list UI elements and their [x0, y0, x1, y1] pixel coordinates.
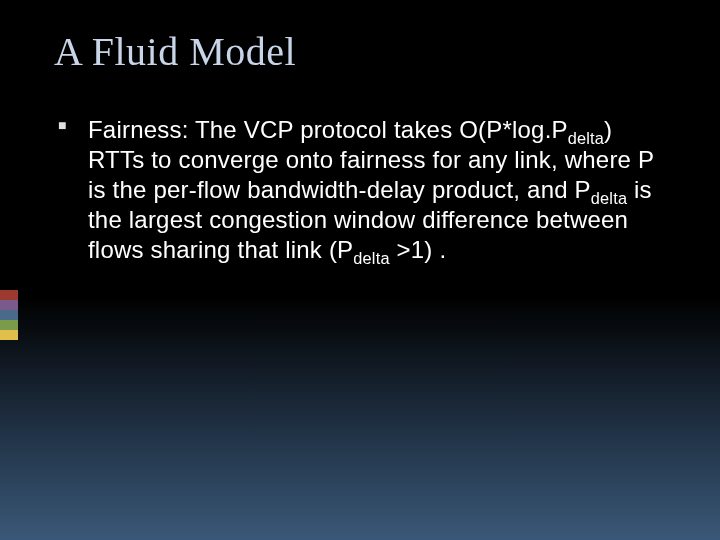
- subscript-text: delta: [353, 249, 389, 267]
- accent-bar: [0, 300, 18, 310]
- accent-bar: [0, 290, 18, 300]
- accent-bar: [0, 330, 18, 340]
- slide: A Fluid Model Fairness: The VCP protocol…: [0, 0, 720, 540]
- bullet-list: Fairness: The VCP protocol takes O(P*log…: [58, 115, 662, 265]
- body-text: Fairness: The VCP protocol takes O(P*log…: [88, 116, 568, 143]
- accent-bar: [0, 320, 18, 330]
- subscript-text: delta: [568, 129, 604, 147]
- accent-bar: [0, 310, 18, 320]
- body-text: >1) .: [390, 236, 447, 263]
- bullet-item: Fairness: The VCP protocol takes O(P*log…: [88, 115, 662, 265]
- slide-title: A Fluid Model: [54, 28, 662, 75]
- accent-bars: [0, 290, 18, 340]
- subscript-text: delta: [591, 189, 627, 207]
